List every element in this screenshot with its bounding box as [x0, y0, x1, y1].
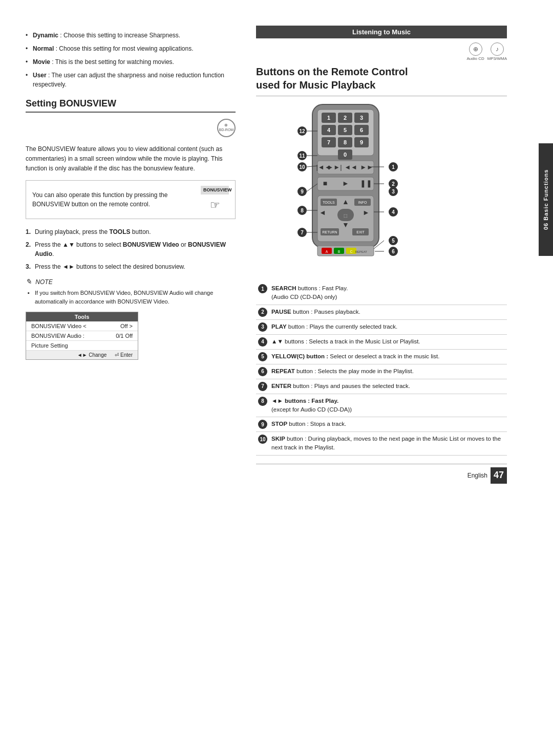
right-column: Listening to Music ⊕ Audio CD ♪ MP3/WMA … — [251, 15, 527, 741]
svg-text:10: 10 — [299, 164, 305, 170]
desc-num-8: 8 — [256, 394, 269, 417]
section-header-bar: Listening to Music — [256, 26, 507, 38]
step-2: 2. Press the ▲▼ buttons to select BONUSV… — [26, 240, 236, 258]
side-tab-label: 06 Basic Functions — [539, 143, 553, 256]
svg-text:1: 1 — [327, 115, 330, 121]
bullet-user-text: : The user can adjust the sharpness and … — [33, 72, 224, 88]
bullet-movie: Movie : This is the best setting for wat… — [26, 57, 236, 67]
tools-footer-enter: ⏎ Enter — [115, 352, 133, 358]
svg-text:8: 8 — [301, 208, 304, 213]
desc-text-6: REPEAT button : Selects the play mode in… — [269, 364, 507, 379]
tools-row-2: BONUSVIEW Audio : 0/1 Off — [26, 331, 138, 341]
step-1: 1. During playback, press the TOOLS butt… — [26, 227, 236, 236]
svg-text:■: ■ — [323, 179, 327, 187]
bullet-dynamic: Dynamic : Choose this setting to increas… — [26, 31, 236, 40]
mp3-wma-circle-icon: ♪ — [491, 42, 504, 56]
page-number-row: English 47 — [256, 464, 507, 484]
bonusview-box-text: You can also operate this function by pr… — [32, 190, 196, 209]
svg-text:◄: ◄ — [319, 208, 326, 217]
desc-text-3: PLAY button : Plays the currently select… — [269, 319, 507, 334]
mp3-wma-label: MP3/WMA — [487, 56, 507, 61]
svg-text:TOOLS: TOOLS — [323, 201, 335, 204]
svg-text:8: 8 — [344, 139, 347, 145]
svg-text:7: 7 — [327, 139, 330, 145]
tools-dialog-footer: ◄► Change ⏎ Enter — [26, 351, 138, 359]
right-main-title: Buttons on the Remote Control used for M… — [256, 65, 507, 92]
svg-text:❚❚: ❚❚ — [360, 179, 372, 188]
desc-row-9: 9 STOP button : Stops a track. — [256, 417, 507, 432]
descriptions-table: 1 SEARCH buttons : Fast Play.(Audio CD (… — [256, 282, 507, 456]
desc-row-8: 8 ◄► buttons : Fast Play.(except for Aud… — [256, 394, 507, 417]
left-column: Dynamic : Choose this setting to increas… — [0, 15, 251, 741]
tools-row-1: BONUSVIEW Video < Off > — [26, 321, 138, 331]
svg-text:3: 3 — [360, 115, 363, 121]
svg-text:4: 4 — [327, 127, 331, 133]
bullet-normal-text: : Choose this setting for most viewing a… — [54, 45, 193, 52]
desc-text-1: SEARCH buttons : Fast Play.(Audio CD (CD… — [269, 282, 507, 305]
remote-diagram: 1 2 3 4 5 6 7 8 9 0 — [256, 100, 507, 274]
svg-text:⬚: ⬚ — [344, 213, 348, 218]
bd-rom-icon: ⊕BD-ROM — [217, 119, 236, 137]
mp3-wma-icon-item: ♪ MP3/WMA — [487, 42, 507, 61]
desc-row-2: 2 PAUSE button : Pauses playback. — [256, 305, 507, 319]
remote-svg: 1 2 3 4 5 6 7 8 9 0 — [256, 100, 502, 274]
desc-row-4: 4 ▲▼ buttons : Selects a track in the Mu… — [256, 334, 507, 349]
svg-text:RETURN: RETURN — [322, 230, 337, 234]
svg-text:►: ► — [363, 208, 370, 217]
desc-num-1: 1 — [256, 282, 269, 305]
desc-row-10: 10 SKIP button : During playback, moves … — [256, 432, 507, 456]
desc-row-3: 3 PLAY button : Plays the currently sele… — [256, 319, 507, 334]
bullet-movie-label: Movie — [33, 58, 50, 66]
desc-num-7: 7 — [256, 379, 269, 394]
desc-num-10: 10 — [256, 432, 269, 456]
svg-text:▲: ▲ — [342, 198, 349, 206]
setting-bonusview-title: Setting BONUSVIEW — [26, 98, 236, 113]
svg-text:◄◄: ◄◄ — [344, 163, 357, 171]
svg-text:EXIT: EXIT — [356, 230, 365, 234]
bonusview-info-box: You can also operate this function by pr… — [26, 180, 236, 220]
bd-rom-icon-label: ⊕BD-ROM — [219, 123, 233, 133]
svg-text:5: 5 — [344, 127, 347, 133]
svg-text:9: 9 — [360, 139, 363, 145]
pencil-icon: ✎ — [26, 277, 32, 286]
note-text: If you switch from BONUSVIEW Video, BONU… — [26, 289, 236, 306]
bullet-dynamic-text: : Choose this setting to increase Sharpn… — [58, 32, 180, 39]
bonusview-button-image: BONUSVIEW ☞ — [201, 186, 229, 214]
bullet-user: User : The user can adjust the sharpness… — [26, 71, 236, 89]
svg-text:11: 11 — [299, 153, 305, 159]
svg-text:4: 4 — [392, 209, 395, 215]
svg-text:►►|: ►►| — [327, 163, 342, 171]
svg-text:0: 0 — [344, 152, 347, 158]
tools-footer-change: ◄► Change — [77, 352, 107, 358]
desc-text-7: ENTER button : Plays and pauses the sele… — [269, 379, 507, 394]
svg-text:C: C — [350, 250, 352, 253]
desc-row-1: 1 SEARCH buttons : Fast Play.(Audio CD (… — [256, 282, 507, 305]
svg-text:1: 1 — [392, 164, 395, 170]
audio-cd-circle-icon: ⊕ — [469, 42, 482, 56]
page-number: 47 — [491, 467, 507, 484]
svg-text:6: 6 — [360, 127, 363, 133]
step-3: 3. Press the ◄► buttons to select the de… — [26, 262, 236, 271]
desc-text-5: YELLOW(C) button : Select or deselect a … — [269, 349, 507, 364]
svg-text:9: 9 — [301, 189, 304, 195]
svg-text:2: 2 — [392, 181, 395, 187]
desc-num-4: 4 — [256, 334, 269, 349]
desc-row-5: 5 YELLOW(C) button : Select or deselect … — [256, 349, 507, 364]
bullet-movie-text: : This is the best setting for watching … — [50, 58, 174, 66]
music-icons-row: ⊕ Audio CD ♪ MP3/WMA — [256, 42, 507, 61]
desc-num-3: 3 — [256, 319, 269, 334]
steps-list: 1. During playback, press the TOOLS butt… — [26, 227, 236, 271]
tools-dialog: Tools BONUSVIEW Video < Off > BONUSVIEW … — [26, 312, 138, 360]
note-title: ✎ NOTE — [26, 277, 236, 286]
svg-text:2: 2 — [344, 115, 347, 121]
svg-text:6: 6 — [392, 249, 395, 254]
svg-text:▼: ▼ — [342, 221, 349, 229]
svg-text:12: 12 — [299, 128, 305, 134]
hand-pointer-icon: ☞ — [201, 197, 229, 213]
svg-text:5: 5 — [392, 238, 395, 244]
title-divider — [256, 96, 507, 96]
svg-text:7: 7 — [301, 230, 304, 235]
desc-text-2: PAUSE button : Pauses playback. — [269, 305, 507, 319]
tools-dialog-header: Tools — [26, 312, 138, 321]
svg-text:REPEAT: REPEAT — [355, 250, 367, 253]
